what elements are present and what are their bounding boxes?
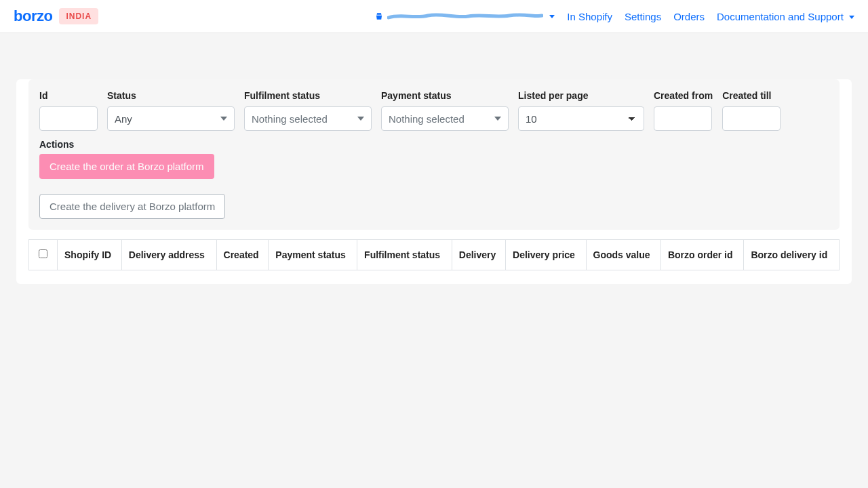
status-select[interactable]: Any xyxy=(107,106,235,131)
nav-docs-label: Documentation and Support xyxy=(717,11,844,22)
orders-table: Shopify ID Delivery address Created Paym… xyxy=(28,239,840,270)
col-borzo-delivery-id: Borzo delivery id xyxy=(744,240,840,270)
topbar: borzo INDIA In Shopify Settings Orders D… xyxy=(0,0,868,33)
chevron-down-icon xyxy=(494,117,501,121)
id-input[interactable] xyxy=(39,106,98,131)
created-from-input[interactable] xyxy=(654,106,712,131)
fulfilment-label: Fulfilment status xyxy=(244,90,372,101)
chevron-down-icon xyxy=(357,117,364,121)
status-label: Status xyxy=(107,90,235,101)
listed-label: Listed per page xyxy=(518,90,644,101)
chevron-down-icon xyxy=(549,15,555,18)
field-listed: Listed per page 10 xyxy=(518,90,644,131)
field-created-from: Created from xyxy=(654,90,713,131)
created-from-label: Created from xyxy=(654,90,713,101)
content: Id Status Any Fulfilment status Nothing … xyxy=(0,33,868,300)
col-payment-status: Payment status xyxy=(269,240,357,270)
country-badge: INDIA xyxy=(59,8,98,24)
col-delivery: Delivery xyxy=(452,240,505,270)
field-status: Status Any xyxy=(107,90,235,131)
col-borzo-order-id: Borzo order id xyxy=(660,240,744,270)
payment-select[interactable]: Nothing selected xyxy=(381,106,509,131)
filters-panel: Id Status Any Fulfilment status Nothing … xyxy=(28,79,840,230)
create-order-button[interactable]: Create the order at Borzo platform xyxy=(39,154,214,179)
field-payment: Payment status Nothing selected xyxy=(381,90,509,131)
bag-icon xyxy=(374,12,384,21)
shop-name-redacted xyxy=(387,12,543,21)
logo: borzo xyxy=(14,7,52,25)
status-value: Any xyxy=(115,113,132,125)
id-label: Id xyxy=(39,90,98,101)
nav-docs[interactable]: Documentation and Support xyxy=(717,11,854,22)
col-goods-value: Goods value xyxy=(586,240,660,270)
create-delivery-button[interactable]: Create the delivery at Borzo platform xyxy=(39,194,225,219)
fulfilment-select[interactable]: Nothing selected xyxy=(244,106,372,131)
chevron-down-icon xyxy=(220,117,227,121)
actions-label: Actions xyxy=(39,139,829,150)
col-shopify-id: Shopify ID xyxy=(58,240,122,270)
field-created-till: Created till xyxy=(722,90,781,131)
col-checkbox xyxy=(29,240,58,270)
col-delivery-price: Delivery price xyxy=(506,240,587,270)
topbar-right: In Shopify Settings Orders Documentation… xyxy=(374,11,854,22)
payment-value: Nothing selected xyxy=(389,113,465,125)
table-wrap: Shopify ID Delivery address Created Paym… xyxy=(16,239,852,270)
created-till-label: Created till xyxy=(722,90,781,101)
nav-in-shopify[interactable]: In Shopify xyxy=(567,11,612,22)
select-all-checkbox[interactable] xyxy=(39,249,47,258)
field-id: Id xyxy=(39,90,98,131)
nav-settings[interactable]: Settings xyxy=(625,11,661,22)
chevron-down-icon xyxy=(849,16,854,19)
col-delivery-address: Delivery address xyxy=(121,240,216,270)
fulfilment-value: Nothing selected xyxy=(252,113,328,125)
topbar-left: borzo INDIA xyxy=(14,7,98,25)
orders-card: Id Status Any Fulfilment status Nothing … xyxy=(16,79,852,284)
nav-orders[interactable]: Orders xyxy=(673,11,705,22)
payment-label: Payment status xyxy=(381,90,509,101)
col-fulfilment-status: Fulfilment status xyxy=(357,240,452,270)
table-header-row: Shopify ID Delivery address Created Paym… xyxy=(29,240,840,270)
field-fulfilment: Fulfilment status Nothing selected xyxy=(244,90,372,131)
listed-select[interactable]: 10 xyxy=(518,106,644,131)
filters-row: Id Status Any Fulfilment status Nothing … xyxy=(39,90,829,131)
created-till-input[interactable] xyxy=(722,106,781,131)
col-created: Created xyxy=(216,240,269,270)
shop-dropdown[interactable] xyxy=(374,12,555,21)
